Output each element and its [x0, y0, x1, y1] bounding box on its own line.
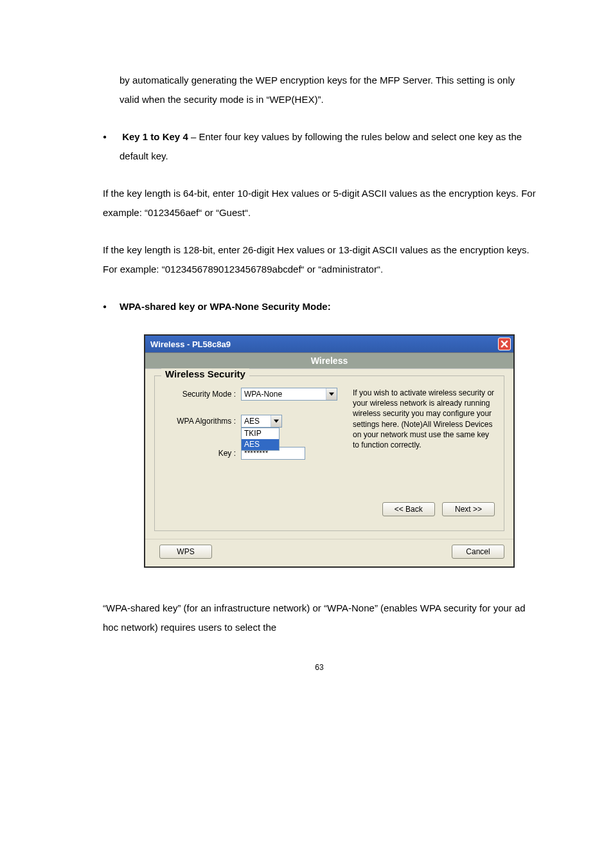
chevron-down-icon	[326, 388, 337, 400]
paragraph-64bit: If the key length is 64-bit, enter 10-di…	[103, 184, 536, 222]
algorithms-dropdown[interactable]: TKIP AES	[241, 428, 280, 451]
security-mode-value: WPA-None	[244, 390, 282, 399]
help-text: If you wish to activate wireless securit…	[344, 388, 495, 450]
page-number: 63	[103, 663, 536, 672]
security-mode-select[interactable]: WPA-None	[241, 388, 337, 401]
next-button[interactable]: Next >>	[442, 502, 495, 516]
security-fieldset: Wireless Security Security Mode : WPA-No…	[154, 375, 504, 531]
algorithms-value: AES	[244, 417, 260, 426]
key-label: Key :	[164, 449, 241, 458]
cancel-button[interactable]: Cancel	[452, 545, 504, 559]
wireless-dialog: Wireless - PL58c8a9 Wireless Wireless Se…	[144, 334, 515, 568]
option-aes[interactable]: AES	[242, 439, 279, 450]
bullet-wpa-heading: WPA-shared key or WPA-None Security Mode…	[103, 297, 536, 316]
close-icon	[501, 340, 508, 348]
paragraph-128bit: If the key length is 128-bit, enter 26-d…	[103, 240, 536, 279]
key1to4-label: Key 1 to Key 4	[122, 131, 188, 142]
security-mode-label: Security Mode :	[164, 390, 241, 399]
wps-button[interactable]: WPS	[159, 545, 212, 559]
back-button[interactable]: << Back	[382, 502, 435, 516]
paragraph-closing: “WPA-shared key” (for an infrastructure …	[103, 599, 536, 637]
bullet-key1to4: Key 1 to Key 4 – Enter four key values b…	[103, 127, 536, 166]
algorithms-label: WPA Algorithms :	[164, 417, 241, 426]
dialog-band: Wireless	[145, 352, 513, 369]
dialog-titlebar: Wireless - PL58c8a9	[145, 336, 513, 352]
fieldset-legend: Wireless Security	[161, 368, 249, 379]
option-tkip[interactable]: TKIP	[242, 428, 279, 439]
paragraph-intro: by automatically generating the WEP encr…	[103, 71, 536, 109]
chevron-down-icon	[271, 415, 281, 427]
wpa-heading: WPA-shared key or WPA-None Security Mode…	[120, 301, 331, 312]
close-button[interactable]	[498, 338, 511, 350]
algorithms-select[interactable]: AES TKIP AES	[241, 415, 282, 428]
dialog-title-text: Wireless - PL58c8a9	[150, 339, 231, 349]
